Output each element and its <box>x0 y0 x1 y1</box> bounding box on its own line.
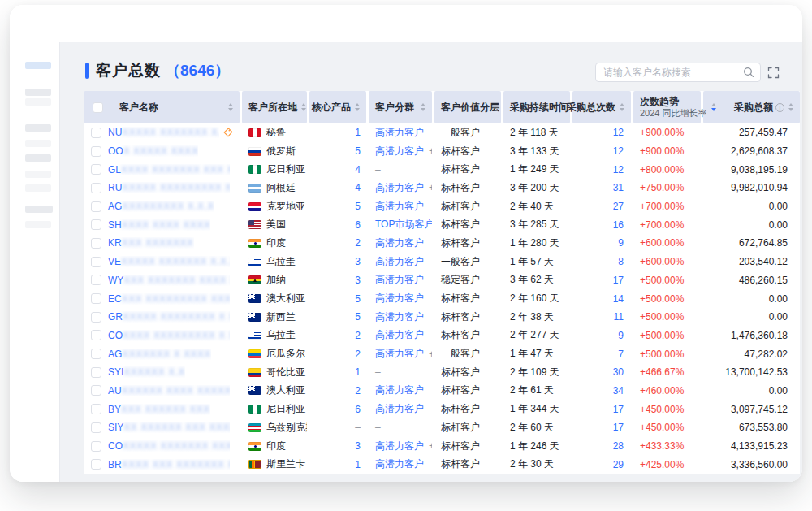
sidebar-item-placeholder[interactable] <box>25 124 51 132</box>
purchase-count-link[interactable]: 14 <box>613 293 624 305</box>
column-header-amount[interactable]: 采购总额i <box>703 91 800 123</box>
segment-link[interactable]: 高潜力客户 <box>375 273 424 287</box>
segment-link[interactable]: 高潜力客户 <box>375 200 424 214</box>
core-products-count[interactable]: 2 <box>355 237 361 249</box>
row-checkbox[interactable] <box>91 330 102 340</box>
segment-link[interactable]: 高潜力客户 <box>375 126 424 140</box>
customer-name-link[interactable]: SYIXXXXXX X.X <box>108 366 185 378</box>
row-checkbox[interactable] <box>91 312 102 323</box>
customer-name-link[interactable]: AUXXXXXX XXXX XXXXX XXXP... <box>108 385 230 396</box>
row-checkbox[interactable] <box>91 146 102 157</box>
row-checkbox[interactable] <box>91 275 102 285</box>
purchase-count-link[interactable]: 16 <box>613 219 624 231</box>
row-checkbox[interactable] <box>91 349 102 359</box>
purchase-count-link[interactable]: 11 <box>614 311 624 323</box>
row-checkbox[interactable] <box>91 201 102 212</box>
sidebar-item-placeholder[interactable] <box>25 184 51 192</box>
sidebar-item-placeholder[interactable] <box>25 140 51 147</box>
core-products-count[interactable]: 5 <box>355 311 361 323</box>
segment-link[interactable]: 高潜力客户 <box>375 402 424 416</box>
segment-link[interactable]: 高潜力客户 <box>375 255 424 269</box>
row-checkbox[interactable] <box>91 404 102 414</box>
core-products-count[interactable]: 6 <box>355 219 361 231</box>
customer-name-link[interactable]: SIYXX XXXXXX XXX XXXXXX... <box>108 422 230 433</box>
purchase-count-link[interactable]: 17 <box>613 422 624 433</box>
row-checkbox[interactable] <box>91 164 102 175</box>
sort-caret-icon[interactable] <box>228 103 233 111</box>
column-header-group[interactable]: 客户分群 <box>369 91 432 123</box>
customer-name-link[interactable]: SHXXXX XXXX XXXX <box>108 219 210 231</box>
row-checkbox[interactable] <box>91 422 102 433</box>
customer-name-link[interactable]: COXXXX XXXXXXXXX X XXXXR... <box>108 330 230 341</box>
purchase-count-link[interactable]: 7 <box>618 349 624 360</box>
purchase-count-link[interactable]: 12 <box>613 145 624 157</box>
search-icon[interactable] <box>743 67 754 78</box>
row-checkbox[interactable] <box>91 293 102 304</box>
column-header-count[interactable]: 采购总次数 <box>572 91 631 123</box>
purchase-count-link[interactable]: 27 <box>613 201 624 212</box>
customer-name-link[interactable]: WYXXX XXXXXXX XXXX XXXU... <box>108 275 230 286</box>
core-products-count[interactable]: 2 <box>355 385 361 396</box>
sidebar-item-placeholder[interactable] <box>25 89 51 96</box>
purchase-count-link[interactable]: 12 <box>613 164 624 175</box>
segment-link[interactable]: 高潜力客户 <box>375 328 424 342</box>
purchase-count-link[interactable]: 9 <box>618 237 624 249</box>
customer-search-box[interactable] <box>595 63 761 82</box>
row-checkbox[interactable] <box>91 183 102 193</box>
sidebar-item-placeholder[interactable] <box>25 62 51 69</box>
core-products-count[interactable]: 2 <box>355 349 361 360</box>
purchase-count-link[interactable]: 9 <box>618 330 624 341</box>
segment-link[interactable]: 高潜力客户 <box>375 383 424 397</box>
segment-link[interactable]: 高潜力客户 <box>375 292 424 305</box>
customer-name-link[interactable]: AGXXXXXXX X XXXX <box>108 349 211 360</box>
column-header-tier[interactable]: 客户价值分层 <box>434 91 501 123</box>
customer-name-link[interactable]: NUXXXXX XXXXXXX X.X.X <box>108 127 219 138</box>
customer-name-link[interactable]: GLXXXX XXXXXXX XXX XXXXCA... <box>108 164 230 175</box>
core-products-count[interactable]: 5 <box>355 145 361 157</box>
customer-name-link[interactable]: AGXXXXXXXXX X.X.X <box>108 201 214 212</box>
column-header-products[interactable]: 核心产品 <box>309 91 366 123</box>
row-checkbox[interactable] <box>91 385 102 396</box>
customer-name-link[interactable]: GRXXXXX XXXXXXXX X XXXXX <box>108 311 230 323</box>
core-products-count[interactable]: 4 <box>355 164 361 175</box>
purchase-count-link[interactable]: 12 <box>613 127 624 138</box>
segment-link[interactable]: 高潜力客户 <box>375 181 424 195</box>
sort-caret-icon[interactable] <box>620 103 624 111</box>
sort-caret-icon[interactable] <box>421 103 425 111</box>
core-products-count[interactable]: 1 <box>355 366 361 378</box>
sort-caret-icon[interactable] <box>301 103 306 111</box>
row-checkbox[interactable] <box>91 219 102 230</box>
sidebar-item-placeholder[interactable] <box>25 171 51 178</box>
core-products-count[interactable]: 3 <box>355 256 361 267</box>
sidebar-item-placeholder[interactable] <box>25 206 53 213</box>
purchase-count-link[interactable]: 31 <box>613 182 624 193</box>
customer-name-link[interactable]: RUXXXXX XXXXXXXXX X.X <box>108 182 230 193</box>
customer-name-link[interactable]: OOX XXXXX XXXX <box>108 145 198 157</box>
segment-link[interactable]: 高潜力客户 <box>375 145 424 158</box>
row-checkbox[interactable] <box>91 238 102 249</box>
segment-link[interactable]: 高潜力客户 <box>375 310 424 324</box>
segment-link[interactable]: 高潜力客户 <box>375 440 424 453</box>
core-products-count[interactable]: 3 <box>355 275 361 286</box>
column-header-trend[interactable]: 次数趋势 2024 同比增长率 <box>633 91 701 123</box>
sidebar-item-placeholder[interactable] <box>25 221 51 228</box>
purchase-count-link[interactable]: 8 <box>618 256 624 267</box>
customer-name-link[interactable]: BRXXXX XXX XXXXXXX XXLTD <box>108 459 230 470</box>
sidebar-item-placeholder[interactable] <box>25 98 51 106</box>
info-icon[interactable]: i <box>775 103 784 112</box>
segment-link[interactable]: 高潜力客户 <box>375 457 424 471</box>
purchase-count-link[interactable]: 29 <box>613 459 624 470</box>
core-products-count[interactable]: 4 <box>355 182 361 193</box>
segment-link[interactable]: TOP市场客户 <box>375 218 432 232</box>
customer-name-link[interactable]: KRXXX XXXXXXX <box>108 237 194 249</box>
row-checkbox[interactable] <box>91 441 102 452</box>
column-header-location[interactable]: 客户所在地 <box>242 91 307 123</box>
column-header-duration[interactable]: 采购持续时间 <box>503 91 570 123</box>
core-products-count[interactable]: 1 <box>355 127 361 138</box>
core-products-count[interactable]: 3 <box>355 440 361 452</box>
purchase-count-link[interactable]: 28 <box>613 440 624 452</box>
row-checkbox[interactable] <box>91 367 102 378</box>
search-input[interactable] <box>603 67 743 78</box>
row-checkbox[interactable] <box>91 459 102 470</box>
purchase-count-link[interactable]: 17 <box>613 404 624 415</box>
